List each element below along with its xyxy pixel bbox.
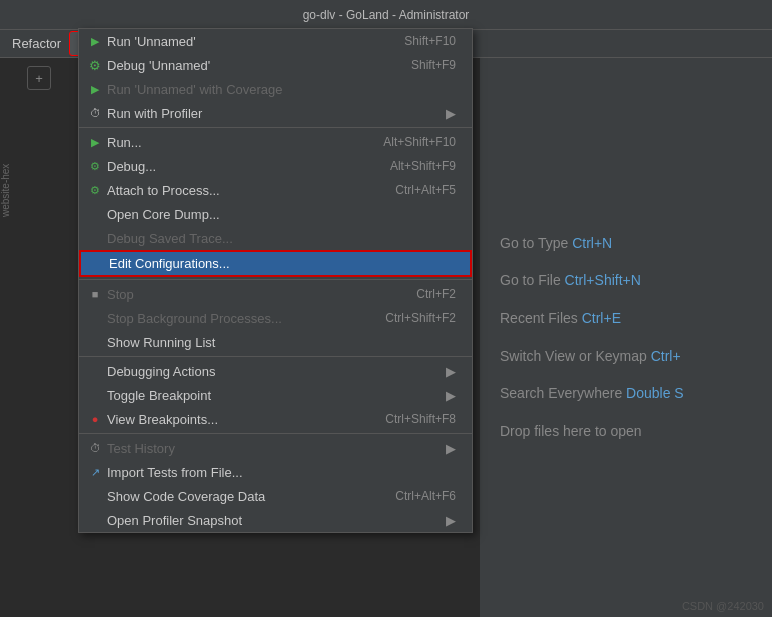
menu-profiler-snapshot[interactable]: Open Profiler Snapshot ▶ bbox=[79, 508, 472, 532]
debug-unnamed-label: Debug 'Unnamed' bbox=[107, 58, 210, 73]
search-everywhere-text: Search Everywhere bbox=[500, 385, 626, 401]
right-panel-drop-files: Drop files here to open bbox=[500, 422, 752, 442]
test-history-label: Test History bbox=[107, 441, 175, 456]
edit-config-label: Edit Configurations... bbox=[109, 256, 230, 271]
show-running-label: Show Running List bbox=[107, 335, 215, 350]
run-profiler-label: Run with Profiler bbox=[107, 106, 202, 121]
menu-run-unnamed[interactable]: ▶ Run 'Unnamed' Shift+F10 bbox=[79, 29, 472, 53]
view-breakpoints-label: View Breakpoints... bbox=[107, 412, 218, 427]
stop-label: Stop bbox=[107, 287, 134, 302]
debug-label: Debug... bbox=[107, 159, 156, 174]
attach-label: Attach to Process... bbox=[107, 183, 220, 198]
stop-bg-shortcut: Ctrl+Shift+F2 bbox=[385, 311, 456, 325]
run-unnamed-label: Run 'Unnamed' bbox=[107, 34, 196, 49]
title-bar-title: go-dlv - GoLand - Administrator bbox=[303, 8, 470, 22]
run-dropdown-menu: ▶ Run 'Unnamed' Shift+F10 ⚙ Debug 'Unnam… bbox=[78, 28, 473, 533]
right-panel-search-everywhere: Search Everywhere Double S bbox=[500, 384, 752, 404]
sidebar-label: website-hex bbox=[0, 150, 11, 230]
history-icon: ⏱ bbox=[87, 440, 103, 456]
debugging-actions-arrow-icon: ▶ bbox=[446, 364, 456, 379]
menu-core-dump[interactable]: Open Core Dump... bbox=[79, 202, 472, 226]
separator-1 bbox=[79, 127, 472, 128]
profiler-snapshot-label: Open Profiler Snapshot bbox=[107, 513, 242, 528]
sidebar: + website-hex bbox=[0, 58, 78, 617]
debug-unnamed-shortcut: Shift+F9 bbox=[411, 58, 456, 72]
go-to-file-shortcut: Ctrl+Shift+N bbox=[565, 272, 641, 288]
title-bar: go-dlv - GoLand - Administrator bbox=[0, 0, 772, 30]
attach-shortcut: Ctrl+Alt+F5 bbox=[395, 183, 456, 197]
menu-toggle-breakpoint[interactable]: Toggle Breakpoint ▶ bbox=[79, 383, 472, 407]
separator-3 bbox=[79, 356, 472, 357]
menu-show-running[interactable]: Show Running List bbox=[79, 330, 472, 354]
run-unnamed-shortcut: Shift+F10 bbox=[404, 34, 456, 48]
run-coverage-label: Run 'Unnamed' with Coverage bbox=[107, 82, 283, 97]
run-shortcut: Alt+Shift+F10 bbox=[383, 135, 456, 149]
debugging-actions-label: Debugging Actions bbox=[107, 364, 215, 379]
core-dump-label: Open Core Dump... bbox=[107, 207, 220, 222]
right-panel: Go to Type Ctrl+N Go to File Ctrl+Shift+… bbox=[480, 58, 772, 617]
menu-debug[interactable]: ⚙ Debug... Alt+Shift+F9 bbox=[79, 154, 472, 178]
debug-saved-label: Debug Saved Trace... bbox=[107, 231, 233, 246]
right-panel-recent-files: Recent Files Ctrl+E bbox=[500, 309, 752, 329]
run2-icon: ▶ bbox=[87, 134, 103, 150]
menu-item-refactor[interactable]: Refactor bbox=[4, 32, 69, 55]
drop-files-text: Drop files here to open bbox=[500, 423, 642, 439]
test-history-arrow-icon: ▶ bbox=[446, 441, 456, 456]
run-icon: ▶ bbox=[87, 33, 103, 49]
recent-files-shortcut: Ctrl+E bbox=[582, 310, 621, 326]
menu-view-breakpoints[interactable]: ● View Breakpoints... Ctrl+Shift+F8 bbox=[79, 407, 472, 431]
right-panel-go-to-type: Go to Type Ctrl+N bbox=[500, 234, 752, 254]
menu-attach[interactable]: ⚙ Attach to Process... Ctrl+Alt+F5 bbox=[79, 178, 472, 202]
menu-run-profiler[interactable]: ⏱ Run with Profiler ▶ bbox=[79, 101, 472, 125]
menu-stop: ■ Stop Ctrl+F2 bbox=[79, 282, 472, 306]
sidebar-new-tab[interactable]: + bbox=[27, 66, 51, 90]
go-to-file-text: Go to File bbox=[500, 272, 565, 288]
menu-import-tests[interactable]: ↗ Import Tests from File... bbox=[79, 460, 472, 484]
right-panel-switch-view: Switch View or Keymap Ctrl+ bbox=[500, 347, 752, 367]
run-label: Run... bbox=[107, 135, 142, 150]
recent-files-text: Recent Files bbox=[500, 310, 582, 326]
menu-code-coverage[interactable]: Show Code Coverage Data Ctrl+Alt+F6 bbox=[79, 484, 472, 508]
search-everywhere-shortcut: Double S bbox=[626, 385, 684, 401]
toggle-breakpoint-label: Toggle Breakpoint bbox=[107, 388, 211, 403]
menu-run-coverage: ▶ Run 'Unnamed' with Coverage bbox=[79, 77, 472, 101]
attach-icon: ⚙ bbox=[87, 182, 103, 198]
stop-icon: ■ bbox=[87, 286, 103, 302]
switch-view-shortcut: Ctrl+ bbox=[651, 348, 681, 364]
switch-view-text: Switch View or Keymap bbox=[500, 348, 651, 364]
toggle-breakpoint-arrow-icon: ▶ bbox=[446, 388, 456, 403]
profiler-icon: ⏱ bbox=[87, 105, 103, 121]
code-coverage-shortcut: Ctrl+Alt+F6 bbox=[395, 489, 456, 503]
separator-4 bbox=[79, 433, 472, 434]
run-coverage-icon: ▶ bbox=[87, 81, 103, 97]
menu-debugging-actions[interactable]: Debugging Actions ▶ bbox=[79, 359, 472, 383]
go-to-type-shortcut: Ctrl+N bbox=[572, 235, 612, 251]
debug2-icon: ⚙ bbox=[87, 158, 103, 174]
menu-debug-unnamed[interactable]: ⚙ Debug 'Unnamed' Shift+F9 bbox=[79, 53, 472, 77]
watermark: CSDN @242030 bbox=[682, 600, 764, 612]
import-tests-label: Import Tests from File... bbox=[107, 465, 243, 480]
debug-icon: ⚙ bbox=[87, 57, 103, 73]
menu-run[interactable]: ▶ Run... Alt+Shift+F10 bbox=[79, 130, 472, 154]
profiler-snapshot-arrow-icon: ▶ bbox=[446, 513, 456, 528]
right-panel-go-to-file: Go to File Ctrl+Shift+N bbox=[500, 271, 752, 291]
menu-test-history: ⏱ Test History ▶ bbox=[79, 436, 472, 460]
stop-shortcut: Ctrl+F2 bbox=[416, 287, 456, 301]
debug-shortcut: Alt+Shift+F9 bbox=[390, 159, 456, 173]
code-coverage-label: Show Code Coverage Data bbox=[107, 489, 265, 504]
import-icon: ↗ bbox=[87, 464, 103, 480]
go-to-type-text: Go to Type bbox=[500, 235, 572, 251]
menu-edit-config[interactable]: Edit Configurations... bbox=[79, 250, 472, 277]
menu-debug-saved: Debug Saved Trace... bbox=[79, 226, 472, 250]
stop-bg-label: Stop Background Processes... bbox=[107, 311, 282, 326]
breakpoint-icon: ● bbox=[87, 411, 103, 427]
separator-2 bbox=[79, 279, 472, 280]
menu-stop-bg: Stop Background Processes... Ctrl+Shift+… bbox=[79, 306, 472, 330]
profiler-arrow-icon: ▶ bbox=[446, 106, 456, 121]
view-breakpoints-shortcut: Ctrl+Shift+F8 bbox=[385, 412, 456, 426]
